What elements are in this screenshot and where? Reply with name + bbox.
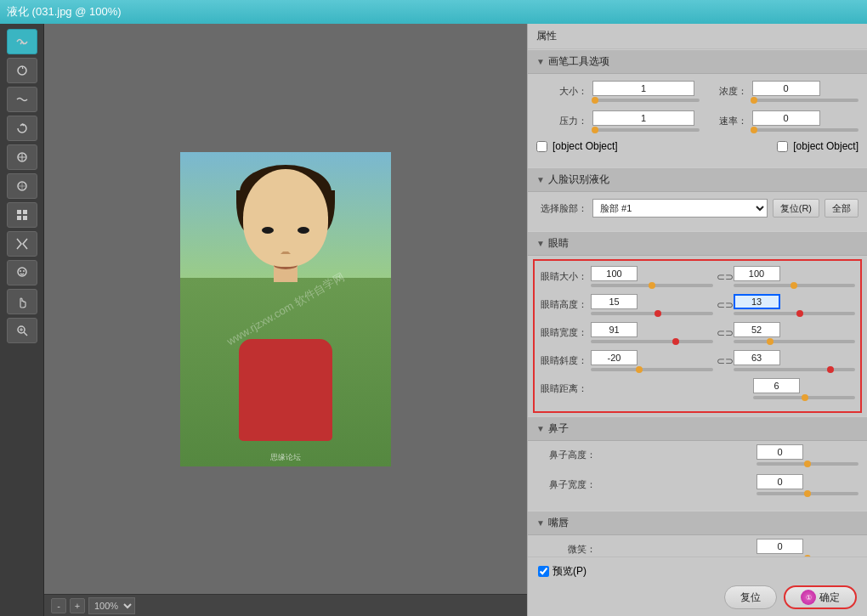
- eye-height-right-col: [734, 294, 856, 315]
- tool-hand[interactable]: [7, 289, 37, 314]
- eye-height-right-input[interactable]: [734, 294, 780, 309]
- face-reset-button[interactable]: 复位(R): [773, 199, 819, 218]
- nose-width-row: 鼻子宽度：: [536, 474, 858, 495]
- eye-size-label: 眼睛大小：: [540, 270, 587, 283]
- smile-row: 微笑：: [536, 539, 858, 557]
- tool-pucker[interactable]: [7, 144, 37, 170]
- nose-width-slider[interactable]: [756, 492, 858, 495]
- reset-button[interactable]: 复位: [724, 585, 777, 609]
- title-text: 液化 (031.jpg @ 100%): [7, 4, 122, 20]
- density-input[interactable]: [752, 81, 820, 96]
- eye-width-left-input[interactable]: [591, 322, 638, 337]
- eye-height-left-col: [591, 294, 713, 315]
- eye-tilt-right-col: [734, 350, 856, 371]
- panel-scrollable[interactable]: ▼ 画笔工具选项 大小： 浓度：: [528, 49, 867, 557]
- eye-width-right-input[interactable]: [734, 322, 780, 337]
- eye-width-row: 眼睛宽度： ⊂⊃: [540, 322, 855, 343]
- eye-tilt-right-slider[interactable]: [734, 368, 856, 371]
- eye-height-right-slider[interactable]: [734, 312, 856, 315]
- nose-width-input[interactable]: [756, 474, 803, 489]
- nose-width-col: [756, 474, 858, 495]
- lips-section-header[interactable]: ▼ 嘴唇: [528, 511, 867, 535]
- eye-size-left-input[interactable]: [591, 266, 638, 281]
- eye-dist-input[interactable]: [753, 378, 800, 393]
- eye-tilt-left-slider[interactable]: [591, 368, 713, 371]
- svg-point-9: [23, 270, 25, 272]
- nose-height-input[interactable]: [756, 444, 803, 460]
- eye-size-left-slider[interactable]: [591, 284, 713, 287]
- eye-tilt-row: 眼睛斜度： ⊂⊃: [540, 350, 855, 371]
- eye-dist-slider[interactable]: [753, 396, 855, 399]
- tool-shift[interactable]: [7, 202, 37, 228]
- eye-tilt-left-input[interactable]: [591, 350, 638, 365]
- density-slider-group: [752, 81, 859, 102]
- face-section-content: 选择脸部： 脸部 #1 复位(R) 全部: [528, 192, 867, 231]
- eye-width-right-slider[interactable]: [734, 340, 856, 343]
- stylus-checkbox[interactable]: [536, 141, 547, 152]
- rate-slider[interactable]: [752, 128, 859, 132]
- pressure-label: 压力：: [536, 115, 587, 127]
- tool-reconstruct[interactable]: [7, 58, 37, 83]
- eye-width-label: 眼睛宽度：: [540, 326, 587, 339]
- eye-tilt-right-input[interactable]: [734, 350, 780, 365]
- nose-section-header[interactable]: ▼ 鼻子: [528, 416, 867, 441]
- face-collapse-icon: ▼: [536, 175, 545, 184]
- rate-input[interactable]: [752, 110, 820, 126]
- pressure-input[interactable]: [592, 110, 694, 126]
- nose-height-col: [756, 444, 858, 466]
- nose-width-label: 鼻子宽度：: [536, 478, 596, 491]
- size-input[interactable]: [592, 81, 694, 96]
- nose-section-content: 鼻子高度： 鼻子宽度：: [528, 441, 867, 511]
- eyes-section-header[interactable]: ▼ 眼睛: [528, 231, 867, 256]
- eye-dist-col: [753, 378, 855, 399]
- zoom-select[interactable]: 100%: [88, 597, 135, 614]
- eye-height-row: 眼睛高度： ⊂⊃: [540, 294, 855, 315]
- face-section-header[interactable]: ▼ 人脸识别液化: [528, 167, 867, 192]
- tool-bloat[interactable]: [7, 173, 37, 199]
- brush-section-header[interactable]: ▼ 画笔工具选项: [528, 49, 867, 74]
- rate-label: 速率：: [713, 115, 747, 127]
- tool-twirl[interactable]: [7, 116, 37, 141]
- density-label: 浓度：: [713, 85, 747, 98]
- portrait-credit: 思缘论坛: [180, 452, 391, 463]
- pressure-slider[interactable]: [592, 128, 700, 132]
- face-select-label: 选择脸部：: [536, 202, 587, 215]
- tool-face[interactable]: [7, 260, 37, 285]
- fixed-edge-checkbox[interactable]: [777, 141, 788, 152]
- eye-height-link-icon: ⊂⊃: [717, 299, 730, 311]
- eye-height-left-slider[interactable]: [591, 312, 713, 315]
- eye-tilt-label: 眼睛斜度：: [540, 354, 587, 367]
- preview-label: 预览(P): [552, 564, 586, 579]
- eye-size-right-col: [734, 266, 856, 287]
- smile-input[interactable]: [756, 539, 803, 554]
- tool-zoom[interactable]: [7, 318, 37, 343]
- eye-width-right-col: [734, 322, 856, 343]
- ok-button[interactable]: ① 确定: [784, 585, 857, 609]
- density-slider[interactable]: [752, 99, 859, 102]
- smile-col: [756, 539, 858, 557]
- tool-mirror[interactable]: [7, 231, 37, 257]
- rate-slider-group: [752, 110, 859, 132]
- pressure-slider-group: [592, 110, 700, 132]
- eyes-section-content: 眼睛大小： ⊂⊃: [533, 259, 862, 413]
- eye-size-right-input[interactable]: [734, 266, 780, 281]
- svg-rect-4: [23, 210, 27, 214]
- face-all-button[interactable]: 全部: [824, 199, 858, 218]
- eye-height-left-input[interactable]: [591, 294, 638, 309]
- canvas-content[interactable]: www.rjzxw.com 软件自学网 思缘论坛: [44, 24, 527, 594]
- tool-warp[interactable]: [7, 29, 37, 54]
- eye-size-link-icon: ⊂⊃: [717, 271, 730, 283]
- canvas-bottom-bar: - + 100%: [44, 594, 527, 616]
- smile-label: 微笑：: [536, 543, 596, 556]
- zoom-increase-button[interactable]: +: [70, 598, 85, 613]
- tool-smooth[interactable]: [7, 87, 37, 112]
- eye-width-left-slider[interactable]: [591, 340, 713, 343]
- preview-checkbox[interactable]: [538, 566, 549, 577]
- eye-size-right-slider[interactable]: [734, 284, 856, 287]
- zoom-decrease-button[interactable]: -: [51, 598, 66, 613]
- canvas-area: www.rjzxw.com 软件自学网 思缘论坛 - + 100%: [44, 24, 527, 616]
- panel-bottom: 预览(P) 复位 ① 确定: [528, 557, 867, 616]
- face-dropdown[interactable]: 脸部 #1: [592, 199, 768, 218]
- nose-height-slider[interactable]: [756, 462, 858, 466]
- size-slider[interactable]: [592, 99, 700, 102]
